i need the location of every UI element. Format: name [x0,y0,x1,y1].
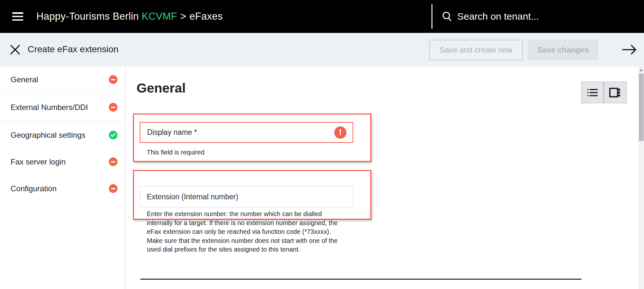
breadcrumb-tenant-name: Happy-Tourisms Berlin [36,11,139,22]
editor-action-bar: Create eFax extension Save and create ne… [0,33,644,66]
extension-help-text: Enter the extension number: the number w… [147,210,338,254]
topbar-divider [431,4,432,29]
display-name-field: ! [140,122,353,143]
sidebar-item-fax-server-login[interactable]: Fax server login [0,148,125,175]
extension-field [140,186,353,207]
sidebar-item-label: Geographical settings [11,131,85,140]
vertical-scrollbar[interactable] [639,66,644,289]
save-and-create-new-button[interactable]: Save and create new [429,40,523,60]
error-exclamation-icon: ! [334,126,346,139]
breadcrumb-section: eFaxes [189,11,223,22]
arrow-right-icon[interactable] [621,44,638,55]
breadcrumb: Happy-Tourisms Berlin KCVMF > eFaxes [36,0,223,33]
create-efax-extension-page: Happy-Tourisms Berlin KCVMF > eFaxes Cre… [0,0,644,289]
status-invalid-icon [109,103,118,112]
sidebar-item-label: Configuration [11,184,57,193]
display-name-input[interactable] [140,128,334,137]
status-invalid-icon [109,75,118,84]
page-title: Create eFax extension [28,33,118,66]
sidebar-item-geographical-settings[interactable]: Geographical settings [0,122,125,148]
form-section-sidebar: General External Numbers/DDI Geographica… [0,66,126,289]
sidebar-item-external-numbers-ddi[interactable]: External Numbers/DDI [0,93,125,122]
sidebar-item-label: Fax server login [11,157,66,166]
panel-view-button[interactable] [604,82,627,103]
section-heading: General [137,81,186,96]
scrollbar-thumb[interactable] [639,74,644,141]
breadcrumb-separator: > [177,11,189,22]
help-line: Make sure that the extension number does… [147,236,338,245]
top-navigation-bar: Happy-Tourisms Berlin KCVMF > eFaxes [0,0,644,33]
close-icon[interactable] [9,44,21,56]
save-changes-button[interactable]: Save changes [528,40,598,60]
list-view-button[interactable] [582,82,604,103]
validation-message: This field is required [147,149,204,156]
help-line: internally for a target. If there is no … [147,219,338,228]
scroll-up-arrow-icon[interactable] [639,69,643,71]
search-input[interactable] [457,11,612,22]
sidebar-item-label: External Numbers/DDI [11,103,88,112]
panel-view-icon [609,88,621,97]
status-invalid-icon [109,184,118,193]
extension-input[interactable] [140,193,353,201]
search-icon [442,11,453,22]
sidebar-item-general[interactable]: General [0,66,125,93]
status-invalid-icon [109,157,118,166]
sidebar-item-configuration[interactable]: Configuration [0,175,125,202]
view-toggle-group [581,82,627,103]
help-line: Enter the extension number: the number w… [147,210,338,219]
breadcrumb-tenant-code: KCVMF [142,11,177,22]
sidebar-item-label: General [11,75,38,84]
list-view-icon [587,88,598,97]
hamburger-menu-icon[interactable] [12,12,23,21]
tenant-search [442,0,612,33]
section-divider [140,279,582,280]
status-valid-icon [109,131,118,139]
help-line: eFax extension can only be reached via f… [147,227,338,236]
help-line: used dial prefixes for the sites assigne… [147,245,338,254]
